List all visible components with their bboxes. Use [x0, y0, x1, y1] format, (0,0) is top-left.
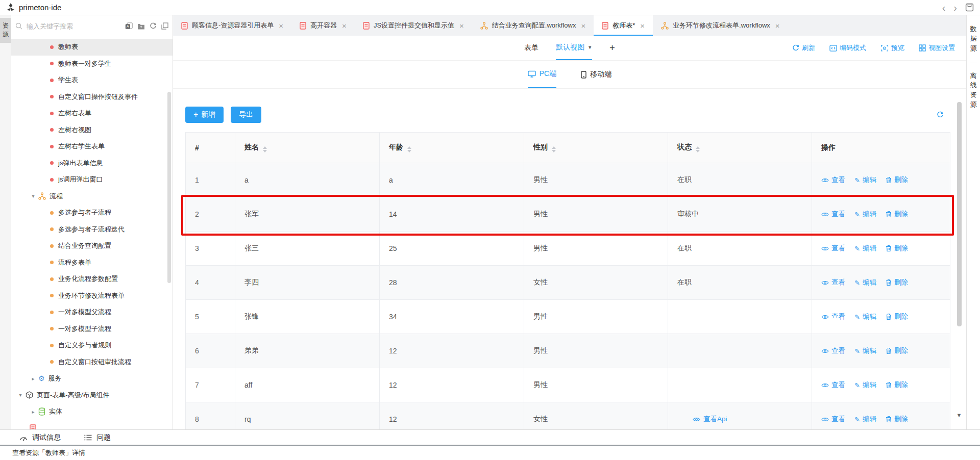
查看-action-link[interactable]: 查看 — [821, 210, 845, 219]
toolbar-预览[interactable]: 预览 — [880, 43, 904, 53]
table-refresh-icon[interactable] — [937, 111, 944, 118]
tree-item-流程[interactable]: ▾流程 — [11, 188, 173, 205]
删除-action-link[interactable]: 删除 — [886, 415, 908, 424]
tree-item-教师表一对多学生[interactable]: 教师表一对多学生 — [11, 56, 173, 72]
编辑-action-link[interactable]: ✎编辑 — [854, 210, 876, 219]
tree-item-js弹出表单信息[interactable]: js弹出表单信息 — [11, 155, 173, 172]
main-scrollbar-thumb[interactable] — [957, 102, 962, 326]
tree-item-左树右表单[interactable]: 左树右表单 — [11, 105, 173, 122]
tree-item-结合业务查询配置[interactable]: 结合业务查询配置 — [11, 238, 173, 254]
sidebar-search[interactable] — [15, 22, 122, 31]
编辑-action-link[interactable]: ✎编辑 — [854, 278, 876, 287]
tree-item-业务环节修改流程表单[interactable]: 业务环节修改流程表单 — [11, 288, 173, 304]
tree-item-页面-表单-高级/布局组件[interactable]: ▾页面-表单-高级/布局组件 — [11, 387, 173, 404]
tab-form[interactable]: 表单 — [524, 36, 538, 60]
tree-item-左树右学生表单[interactable]: 左树右学生表单 — [11, 138, 173, 155]
tree-item-自定义窗口操作按钮及事件[interactable]: 自定义窗口操作按钮及事件 — [11, 89, 173, 106]
right-rail-tab-数据源[interactable]: 数据源 — [970, 23, 977, 61]
view-api-link[interactable]: 查看Api — [693, 415, 727, 424]
删除-action-link[interactable]: 删除 — [886, 175, 908, 185]
查看-action-link[interactable]: 查看 — [821, 278, 845, 287]
sort-icon[interactable] — [263, 146, 267, 152]
action-label: 编辑 — [863, 312, 876, 321]
device-tab-移动端[interactable]: 移动端 — [581, 61, 611, 88]
查看-action-link[interactable]: 查看 — [821, 380, 845, 390]
tree-item-流程多表单[interactable]: 流程多表单 — [11, 254, 173, 271]
tree-item-教师表[interactable]: 教师表 — [11, 39, 173, 56]
tree-item-多选参与者子流程迭代[interactable]: 多选参与者子流程迭代 — [11, 221, 173, 238]
nav-back-icon[interactable]: ‹ — [942, 3, 946, 13]
tree-item-自定义参与者规则[interactable]: 自定义参与者规则 — [11, 337, 173, 354]
查看-action-link[interactable]: 查看 — [821, 312, 845, 321]
查看-action-link[interactable]: 查看 — [821, 346, 845, 355]
add-view-button[interactable]: + — [609, 36, 615, 60]
editor-tab[interactable]: 高开容器× — [291, 15, 355, 36]
right-rail-tab-离线资源[interactable]: 离线资源 — [970, 63, 977, 117]
tree-item-左树右视图[interactable]: 左树右视图 — [11, 122, 173, 139]
tree-item-学生表[interactable]: 学生表 — [11, 72, 173, 89]
编辑-action-link[interactable]: ✎编辑 — [854, 415, 876, 424]
编辑-action-link[interactable]: ✎编辑 — [854, 380, 876, 390]
tree-item-业务化流程参数配置[interactable]: 业务化流程参数配置 — [11, 271, 173, 288]
nav-forward-icon[interactable]: › — [953, 3, 957, 13]
close-icon[interactable]: × — [581, 21, 586, 30]
删除-action-link[interactable]: 删除 — [886, 346, 908, 355]
editor-tab[interactable]: 业务环节修改流程表单.workflowx× — [653, 15, 788, 36]
column-header-姓名[interactable]: 姓名 — [235, 133, 380, 163]
column-header-状态[interactable]: 状态 — [668, 133, 812, 163]
编辑-action-link[interactable]: ✎编辑 — [854, 244, 876, 253]
tree-item-js调用弹出窗口[interactable]: js调用弹出窗口 — [11, 171, 173, 188]
导出-button[interactable]: 导出 — [231, 107, 261, 123]
编辑-action-link[interactable]: ✎编辑 — [854, 346, 876, 355]
删除-action-link[interactable]: 删除 — [886, 278, 908, 287]
tree-item[interactable] — [11, 420, 173, 430]
issues-button[interactable]: 问题 — [84, 433, 111, 442]
tree-item-实体[interactable]: ▸实体 — [11, 403, 173, 420]
resources-rail-tab[interactable]: 资源 — [0, 18, 11, 43]
refresh-icon[interactable] — [150, 22, 157, 30]
查看-action-link[interactable]: 查看 — [821, 244, 845, 253]
toolbar-编码模式[interactable]: 编码模式 — [829, 43, 866, 53]
删除-action-link[interactable]: 删除 — [886, 380, 908, 390]
save-icon[interactable] — [965, 3, 974, 12]
查看-action-link[interactable]: 查看 — [821, 415, 845, 424]
toolbar-视图设置[interactable]: 视图设置 — [919, 43, 955, 53]
i18n-file-icon[interactable]: A — [125, 22, 133, 30]
collapse-all-icon[interactable] — [161, 22, 168, 30]
tree-item-多选参与者子流程[interactable]: 多选参与者子流程 — [11, 205, 173, 221]
tree-item-一对多模型子流程[interactable]: 一对多模型子流程 — [11, 321, 173, 338]
sidebar-scrollbar-thumb[interactable] — [167, 92, 171, 283]
new-folder-icon[interactable] — [137, 23, 145, 30]
close-icon[interactable]: × — [342, 21, 347, 30]
tab-default-view[interactable]: 默认视图 ▼ — [556, 36, 592, 60]
sort-icon[interactable] — [696, 146, 700, 152]
close-icon[interactable]: × — [775, 21, 780, 30]
editor-tab[interactable]: 结合业务查询配置.workflowx× — [472, 15, 594, 36]
editor-tab[interactable]: JS设置控件提交值和显示值× — [355, 15, 472, 36]
查看-action-link[interactable]: 查看 — [821, 175, 845, 185]
column-header-年龄[interactable]: 年龄 — [380, 133, 524, 163]
编辑-action-link[interactable]: ✎编辑 — [854, 312, 876, 321]
device-tab-PC端[interactable]: PC端 — [528, 61, 556, 88]
tree-item-一对多模型父流程[interactable]: 一对多模型父流程 — [11, 304, 173, 321]
editor-tab[interactable]: 顾客信息-资源容器引用表单× — [173, 15, 291, 36]
新增-button[interactable]: +新增 — [185, 107, 224, 123]
删除-action-link[interactable]: 删除 — [886, 210, 908, 219]
tree-item-自定义窗口按钮审批流程[interactable]: 自定义窗口按钮审批流程 — [11, 354, 173, 371]
view-content: +新增导出 #姓名年龄性别状态操作 1aa男性在职查看✎编辑删除2张军14男性审… — [173, 88, 966, 429]
删除-action-link[interactable]: 删除 — [886, 244, 908, 253]
tree-item-服务[interactable]: ▸⚙服务 — [11, 370, 173, 387]
close-icon[interactable]: × — [640, 21, 645, 30]
close-icon[interactable]: × — [279, 21, 283, 30]
search-input[interactable] — [26, 22, 122, 31]
column-header-性别[interactable]: 性别 — [524, 133, 668, 163]
scrollbar-down-arrow[interactable]: ▼ — [955, 412, 963, 418]
sort-icon[interactable] — [552, 146, 556, 152]
debug-info-button[interactable]: 调试信息 — [19, 433, 61, 442]
编辑-action-link[interactable]: ✎编辑 — [854, 175, 876, 185]
toolbar-刷新[interactable]: 刷新 — [792, 43, 815, 53]
sort-icon[interactable] — [407, 146, 411, 152]
editor-tab[interactable]: 教师表*× — [594, 15, 653, 36]
删除-action-link[interactable]: 删除 — [886, 312, 908, 321]
close-icon[interactable]: × — [459, 21, 464, 30]
